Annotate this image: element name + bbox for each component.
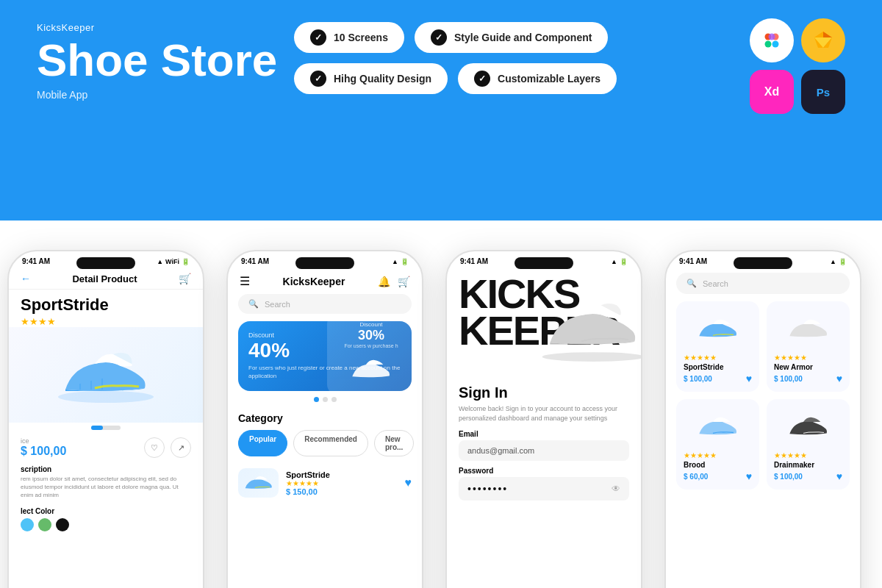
phone-signin: 9:41 AM ▲🔋 KICKS KEEPER Sign In <box>445 250 642 588</box>
discount2-percent: 30% <box>358 328 384 343</box>
heart-icon-2[interactable]: ♥ <box>405 476 412 490</box>
signin-title: Sign In <box>459 384 629 401</box>
heart-p3[interactable]: ♥ <box>746 470 752 482</box>
price-4: $ 100,00 <box>774 473 803 481</box>
product-card-img-3 <box>684 406 752 447</box>
product-card-2: ★★★★★ New Armor $ 100,00 ♥ <box>767 301 850 392</box>
product-card-1: ★★★★★ SportStride $ 100,00 ♥ <box>676 301 759 392</box>
detail-product-title: Detail Product <box>72 273 137 284</box>
heart-p1[interactable]: ♥ <box>746 373 752 384</box>
product-card-img-1 <box>684 309 752 349</box>
color-dot-green[interactable] <box>38 518 51 531</box>
dot-2 <box>323 397 328 402</box>
category-tabs: Popular Recommended New pro... <box>228 430 422 462</box>
phone2-header: ☰ KicksKeeper 🔔 🛒 <box>228 268 422 294</box>
product-price-2: $ 150,00 <box>286 487 398 496</box>
badge-quality-label: Hihg Quality Design <box>334 73 431 85</box>
badges-row-1: ✓ 10 Screens ✓ Style Guide and Component <box>294 22 617 53</box>
price-value: $ 100,00 <box>21 445 66 458</box>
status-icons-3: ▲🔋 <box>611 258 628 265</box>
name-3: Brood <box>684 461 752 469</box>
dot-1 <box>314 397 319 402</box>
tools-area: Xd Ps <box>750 18 845 114</box>
search-icon: 🔍 <box>248 299 259 309</box>
status-icons-2: ▲🔋 <box>392 258 409 265</box>
product-card-img-2 <box>774 309 842 349</box>
signin-section: Sign In Welcome back! Sign in to your ac… <box>447 379 641 512</box>
color-dot-black[interactable] <box>56 518 69 531</box>
search-icon-4: 🔍 <box>686 279 697 288</box>
heart-p4[interactable]: ♥ <box>836 470 842 482</box>
product-info: SportStride ★★★★★ $ 150,00 <box>286 470 398 496</box>
ps-icon: Ps <box>801 70 845 114</box>
figma-icon <box>750 18 794 62</box>
share-icon[interactable]: ↗ <box>171 437 191 458</box>
time-3: 9:41 AM <box>460 257 488 265</box>
heart-icon[interactable]: ♡ <box>144 437 165 458</box>
phone2-app-name: KicksKeeper <box>283 276 345 287</box>
action-icons: ♡ ↗ <box>144 437 191 458</box>
stars-3: ★★★★★ <box>684 451 752 459</box>
status-icons-1: ▲WiFi🔋 <box>157 258 190 265</box>
badge-style-label: Style Guide and Component <box>454 32 592 43</box>
tab-new[interactable]: New pro... <box>374 430 414 456</box>
price-1: $ 100,00 <box>684 375 712 383</box>
shoe-image <box>9 327 203 423</box>
product-card-4: ★★★★★ Drainmaker $ 100,00 ♥ <box>767 399 850 490</box>
notch-4 <box>734 257 792 269</box>
badge-layers-label: Customizable Layers <box>498 73 600 85</box>
price-row: ice $ 100,00 ♡ ↗ <box>9 433 203 462</box>
search-bar[interactable]: 🔍 Search <box>238 294 412 314</box>
sketch-icon <box>801 18 845 62</box>
price-3: $ 60,00 <box>684 473 708 481</box>
price-label: ice <box>21 437 66 445</box>
badge-layers: ✓ Customizable Layers <box>458 63 617 94</box>
dots-row <box>228 397 422 402</box>
email-input[interactable]: andus@gmail.com <box>459 440 629 461</box>
time-4: 9:41 AM <box>679 257 707 265</box>
stars-2: ★★★★★ <box>774 354 842 362</box>
heart-p2[interactable]: ♥ <box>836 373 842 384</box>
name-1: SportStride <box>684 363 752 371</box>
password-input[interactable]: •••••••• 👁 <box>459 477 629 501</box>
badge-screens: ✓ 10 Screens <box>294 22 404 53</box>
description-text: rem ipsum dolor sit amet, consectetur ad… <box>21 475 191 500</box>
svg-point-13 <box>542 352 641 362</box>
color-dot-blue[interactable] <box>21 518 34 531</box>
name-4: Drainmaker <box>774 461 842 469</box>
dot-3 <box>331 397 337 402</box>
svg-point-2 <box>765 41 772 48</box>
eye-icon[interactable]: 👁 <box>612 484 620 494</box>
product-thumb <box>238 468 279 498</box>
description-section: scription rem ipsum dolor sit amet, cons… <box>9 462 203 503</box>
phones-area: 9:41 AM ▲WiFi🔋 ← Detail Product 🛒 SportS… <box>0 220 882 588</box>
badge-style-guide: ✓ Style Guide and Component <box>415 22 608 53</box>
phone-product-list: 9:41 AM ▲🔋 🔍 Search ★★★★★ SportStride <box>664 250 861 588</box>
search-placeholder: Search <box>265 300 290 309</box>
cart-icon[interactable]: 🛒 <box>179 273 191 284</box>
phone-detail-product: 9:41 AM ▲WiFi🔋 ← Detail Product 🛒 SportS… <box>7 250 204 588</box>
cart-icon-2[interactable]: 🛒 <box>398 276 410 287</box>
product-name-2: SportStride <box>286 470 398 479</box>
discount-right: Discount 30% For users w purchase h <box>327 321 412 391</box>
stars-1: ★★★★★ <box>684 354 752 362</box>
bell-icon[interactable]: 🔔 <box>378 276 390 287</box>
check-icon: ✓ <box>310 29 326 46</box>
phone-home: 9:41 AM ▲🔋 ☰ KicksKeeper 🔔 🛒 🔍 Search Di… <box>226 250 423 588</box>
description-label: scription <box>21 465 191 473</box>
product-row-1: SportStride ★★★★★ $ 150,00 ♥ <box>228 462 422 503</box>
product-name: SportStride <box>9 290 203 316</box>
color-section: lect Color <box>9 503 203 536</box>
check-icon-3: ✓ <box>310 71 326 87</box>
menu-icon[interactable]: ☰ <box>240 274 250 288</box>
search-bar-4[interactable]: 🔍 Search <box>676 273 850 294</box>
product-grid: ★★★★★ SportStride $ 100,00 ♥ ★★★★★ New A… <box>666 301 860 490</box>
tab-popular[interactable]: Popular <box>238 430 287 456</box>
category-title: Category <box>228 408 422 430</box>
svg-point-9 <box>58 391 154 403</box>
signin-shoe-image <box>534 283 641 371</box>
tab-recommended[interactable]: Recommended <box>293 430 368 456</box>
name-2: New Armor <box>774 363 842 371</box>
back-icon[interactable]: ← <box>21 273 31 284</box>
color-label: lect Color <box>21 507 191 515</box>
